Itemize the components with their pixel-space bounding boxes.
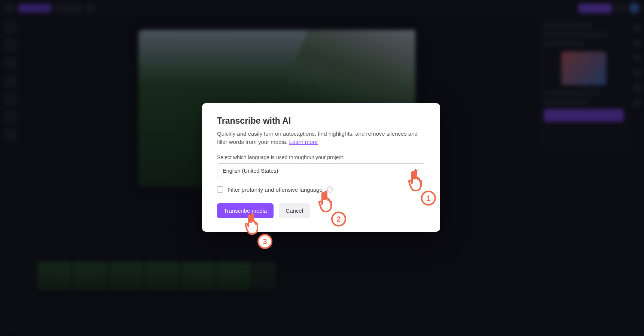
language-select-value: English (United States) — [223, 168, 278, 174]
filter-profanity-row[interactable]: Filter profanity and offensive language … — [217, 187, 425, 193]
language-select-label: Select which language is used throughout… — [217, 154, 425, 160]
transcribe-media-button[interactable]: Transcribe media — [217, 203, 274, 218]
filter-profanity-label: Filter profanity and offensive language — [228, 187, 323, 193]
learn-more-link[interactable]: Learn more — [289, 139, 318, 145]
info-icon[interactable]: i — [327, 187, 333, 192]
language-select[interactable]: English (United States) — [217, 163, 425, 178]
cancel-button[interactable]: Cancel — [279, 203, 310, 218]
chevron-down-icon — [414, 167, 419, 174]
modal-title: Transcribe with AI — [217, 116, 425, 126]
filter-profanity-checkbox[interactable] — [217, 187, 223, 192]
modal-description: Quickly and easily turn on autocaptions,… — [217, 130, 425, 146]
transcribe-modal: Transcribe with AI Quickly and easily tu… — [202, 103, 440, 232]
